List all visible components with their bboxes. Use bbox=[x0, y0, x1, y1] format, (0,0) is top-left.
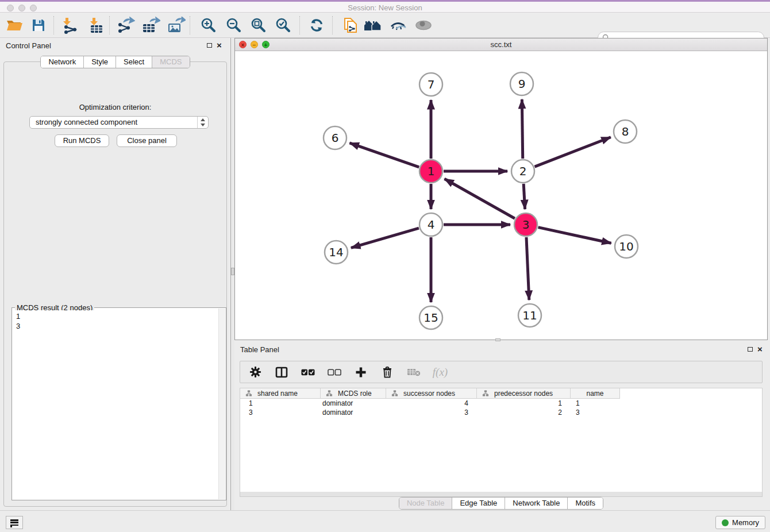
zoom-fit-icon bbox=[251, 17, 267, 33]
zoom-in-button[interactable] bbox=[199, 16, 218, 34]
graph-node-label: 14 bbox=[329, 245, 343, 259]
delete-columns-button[interactable] bbox=[380, 365, 394, 379]
import-table-button[interactable] bbox=[86, 16, 106, 34]
copy-network-icon bbox=[342, 17, 358, 34]
graph-edge[interactable] bbox=[351, 228, 419, 248]
open-folder-icon bbox=[6, 18, 23, 33]
float-panel-icon[interactable] bbox=[207, 43, 212, 48]
float-table-panel-icon[interactable] bbox=[748, 347, 753, 352]
graph-edge[interactable] bbox=[445, 179, 515, 218]
main-toolbar bbox=[0, 13, 770, 38]
new-network-from-selection-button[interactable] bbox=[340, 16, 360, 34]
import-network-button[interactable] bbox=[60, 16, 79, 34]
graph-edge[interactable] bbox=[535, 137, 611, 167]
horizontal-splitter-handle[interactable] bbox=[495, 338, 500, 341]
function-builder-button[interactable]: f(x) bbox=[433, 365, 447, 379]
table-row[interactable]: 3dominator323 bbox=[240, 408, 620, 417]
table-header-row: shared nameMCDS rolesuccessor nodesprede… bbox=[240, 388, 620, 399]
close-panel-button[interactable]: Close panel bbox=[117, 134, 177, 147]
column-header[interactable]: predecessor nodes bbox=[477, 388, 571, 398]
column-header[interactable]: successor nodes bbox=[386, 388, 477, 398]
table-cell: 4 bbox=[386, 399, 476, 408]
close-panel-icon[interactable]: × bbox=[217, 40, 222, 50]
graph-node-label: 2 bbox=[519, 164, 527, 178]
tab-edge-table[interactable]: Edge Table bbox=[452, 498, 505, 509]
result-scrollbar[interactable] bbox=[218, 309, 225, 499]
plus-icon bbox=[355, 367, 367, 378]
table-cell: 1 bbox=[240, 399, 320, 408]
optimization-criterion-select[interactable]: strongly connected component bbox=[29, 116, 209, 129]
select-all-button[interactable] bbox=[301, 365, 315, 379]
column-header[interactable]: shared name bbox=[240, 388, 321, 398]
toolbar-separator bbox=[190, 16, 190, 34]
column-header[interactable]: name bbox=[571, 388, 619, 398]
close-table-panel-icon[interactable]: × bbox=[757, 344, 763, 354]
memory-button[interactable]: Memory bbox=[715, 516, 765, 529]
export-table-button[interactable] bbox=[141, 16, 161, 34]
table-panel-header: Table Panel × bbox=[234, 342, 768, 357]
task-history-button[interactable] bbox=[6, 516, 23, 529]
tab-mcds[interactable]: MCDS bbox=[152, 56, 189, 68]
table-cell: 3 bbox=[386, 408, 476, 417]
graph-edge[interactable] bbox=[526, 237, 529, 300]
graph-edge[interactable] bbox=[538, 228, 611, 244]
mcds-result-text[interactable]: 1 3 bbox=[13, 310, 218, 499]
zoom-out-button[interactable] bbox=[224, 16, 244, 34]
table-cell: dominator bbox=[320, 399, 386, 408]
create-column-button[interactable] bbox=[354, 365, 368, 379]
control-panel-title: Control Panel bbox=[6, 41, 51, 50]
toolbar-separator bbox=[332, 16, 333, 34]
table-cell: 1 bbox=[476, 399, 570, 408]
network-frame-titlebar[interactable]: × − + scc.txt bbox=[235, 38, 767, 51]
tab-style[interactable]: Style bbox=[83, 56, 116, 68]
export-image-button[interactable] bbox=[167, 16, 186, 34]
show-all-button[interactable] bbox=[414, 16, 433, 34]
toolbar-separator bbox=[53, 16, 54, 34]
zoom-selected-button[interactable] bbox=[274, 16, 293, 34]
list-icon bbox=[10, 519, 18, 526]
graph-edge[interactable] bbox=[522, 99, 522, 159]
zoom-in-icon bbox=[201, 17, 217, 33]
export-network-button[interactable] bbox=[116, 16, 136, 34]
delete-table-icon bbox=[407, 368, 421, 377]
application-window: Session: New Session bbox=[0, 0, 770, 532]
control-panel: Control Panel × Network Style Select MCD… bbox=[0, 38, 230, 510]
import-table-icon bbox=[87, 17, 105, 34]
tab-network-table[interactable]: Network Table bbox=[505, 498, 567, 509]
home-networks-button[interactable] bbox=[363, 16, 383, 34]
memory-label: Memory bbox=[732, 518, 759, 527]
tab-motifs[interactable]: Motifs bbox=[567, 498, 603, 509]
refresh-button[interactable] bbox=[307, 16, 326, 34]
hide-selected-button[interactable] bbox=[388, 16, 408, 34]
save-session-button[interactable] bbox=[29, 16, 48, 34]
zoom-selected-icon bbox=[275, 17, 291, 33]
graph-edge[interactable] bbox=[523, 184, 525, 209]
tab-network[interactable]: Network bbox=[41, 56, 83, 68]
zoom-fit-button[interactable] bbox=[249, 16, 268, 34]
open-session-button[interactable] bbox=[5, 16, 24, 34]
gear-icon bbox=[249, 366, 261, 378]
run-mcds-button[interactable]: Run MCDS bbox=[55, 134, 109, 147]
graph-edge[interactable] bbox=[350, 143, 419, 167]
deselect-all-button[interactable] bbox=[328, 365, 341, 379]
graph-node-label: 10 bbox=[619, 240, 633, 253]
delete-table-button[interactable] bbox=[407, 365, 421, 379]
graph-node-label: 4 bbox=[428, 218, 435, 232]
table-tabs: Node Table Edge Table Network Table Moti… bbox=[234, 497, 768, 510]
column-header[interactable]: MCDS role bbox=[321, 388, 386, 398]
tab-select[interactable]: Select bbox=[116, 56, 152, 68]
table-row[interactable]: 1dominator411 bbox=[240, 399, 620, 408]
network-canvas[interactable]: 1234678910111415 bbox=[235, 51, 767, 340]
mcds-result-group: MCDS result (2 nodes) 1 3 bbox=[11, 307, 226, 500]
table-settings-button[interactable] bbox=[248, 365, 262, 379]
table-cell: 2 bbox=[476, 408, 570, 417]
unchecked-boxes-icon bbox=[328, 369, 341, 376]
window-titlebar: Session: New Session bbox=[0, 2, 770, 13]
show-columns-button[interactable] bbox=[275, 365, 288, 379]
dropdown-stepper-icon bbox=[197, 117, 208, 128]
table-cell: 3 bbox=[570, 408, 619, 417]
vertical-splitter-handle[interactable] bbox=[231, 268, 234, 275]
export-network-icon bbox=[117, 17, 135, 34]
tab-node-table[interactable]: Node Table bbox=[399, 498, 452, 509]
eye-slash-icon bbox=[390, 18, 407, 32]
